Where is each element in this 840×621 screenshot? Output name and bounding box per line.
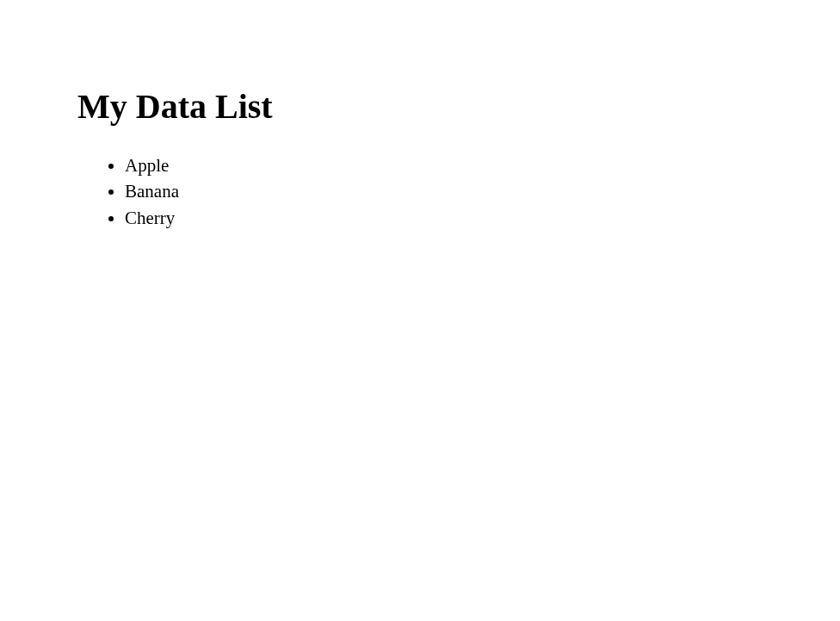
list-item: Cherry (125, 205, 840, 231)
data-list: Apple Banana Cherry (77, 152, 840, 231)
page-title: My Data List (77, 86, 840, 127)
list-item: Banana (125, 178, 840, 204)
list-item: Apple (125, 152, 840, 178)
